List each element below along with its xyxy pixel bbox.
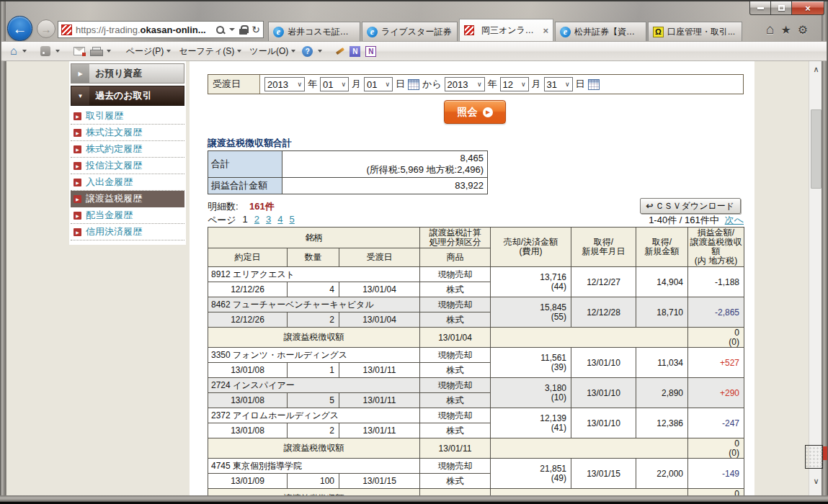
from-month-value: 01: [323, 79, 333, 90]
scrollbar-thumb[interactable]: [811, 109, 822, 189]
sidebar-item-fund-order-history[interactable]: ▶ 投信注文履歴: [71, 158, 184, 174]
page-5-link[interactable]: 5: [290, 214, 295, 227]
refresh-icon[interactable]: ↻: [251, 24, 260, 35]
cell-acquire-amount: 18,710: [636, 297, 688, 328]
maximize-icon: [778, 5, 785, 11]
cell-category: 現物売却: [420, 408, 491, 423]
detail-count-row: 明細数: 161件 ↩ ＣＳＶダウンロード: [208, 198, 744, 214]
cell-settle-date: 13/01/11: [339, 393, 420, 408]
minimize-button[interactable]: [749, 1, 771, 15]
summary-row-pl-total: 損益合計金額 83,922: [208, 178, 488, 194]
url-text[interactable]: https://j-trading.okasan-onlin...: [76, 24, 213, 35]
cell-category: 現物売却: [420, 297, 491, 312]
send-to-onenote-icon[interactable]: N: [350, 46, 360, 57]
cell-stock-name: 2724 インスパイアー: [208, 378, 420, 393]
tab-label: 岩井コスモ証券 ...: [288, 26, 355, 38]
safety-menu-dropdown-icon: [237, 50, 241, 53]
sidebar-item-dividend-history[interactable]: ▶ 配当金履歴: [71, 207, 184, 224]
sidebar-item-stock-execution-history[interactable]: ▶ 株式約定履歴: [71, 141, 184, 158]
okasan-favicon: [464, 25, 474, 35]
tab-iwai-cosmo[interactable]: e 岩井コスモ証券 ...: [268, 22, 360, 41]
header-acquire-date: 取得/ 新規年月日: [571, 228, 636, 267]
detail-count-value: 161件: [249, 200, 275, 213]
page-3-link[interactable]: 3: [266, 214, 271, 227]
address-bar[interactable]: https://j-trading.okasan-onlin... ↻: [58, 21, 264, 38]
select-chevron-icon: ∨: [477, 81, 482, 88]
sidebar-section-past-trades[interactable]: ▼ 過去のお取引: [71, 86, 184, 106]
chevron-down-icon[interactable]: [229, 28, 235, 31]
close-button[interactable]: ×: [792, 1, 824, 15]
ie-icon: e: [273, 27, 284, 37]
mail-icon[interactable]: [74, 47, 85, 55]
rss-feed-icon[interactable]: [40, 46, 50, 56]
browser-navigation-bar: ← → https://j-trading.okasan-onlin... ↻ …: [0, 14, 828, 41]
next-page-link[interactable]: 次へ: [725, 214, 744, 227]
cell-acquire-date: 13/01/10: [571, 348, 636, 378]
home-dropdown-icon[interactable]: [22, 50, 27, 53]
onenote-pen-icon[interactable]: [336, 48, 344, 55]
year-label: 年: [308, 78, 317, 91]
cell-subtotal-date: 13/01/15: [420, 489, 491, 496]
cell-acquire-amount: 12,386: [636, 408, 688, 438]
sidebar-item-trade-history[interactable]: ▶ 取引履歴: [71, 108, 184, 125]
print-icon[interactable]: [90, 47, 102, 56]
scroll-up-icon[interactable]: ∧: [809, 63, 822, 76]
pagination-row: ページ 1 2 3 4 5 1-40件 / 161件中 次へ: [208, 214, 744, 227]
cell-sell-amount: 3,180(10): [491, 378, 571, 408]
settings-gear-icon[interactable]: ⚙: [798, 23, 808, 37]
from-day-select[interactable]: 01∨: [364, 77, 393, 91]
to-year-select[interactable]: 2013∨: [445, 77, 485, 91]
to-day-select[interactable]: 31∨: [544, 77, 573, 91]
safety-menu[interactable]: セーフティ(S): [177, 43, 243, 60]
sidebar-section-assets[interactable]: ▶ お預り資産: [71, 63, 184, 84]
tab-close-icon[interactable]: ×: [543, 25, 548, 36]
sidebar-item-label: 株式約定履歴: [86, 143, 142, 156]
sidebar-item-deposit-withdrawal-history[interactable]: ▶ 入出金履歴: [71, 174, 184, 191]
tab-okasan-online[interactable]: 岡三オンライ... ×: [459, 19, 553, 41]
cell-settle-date: 13/01/15: [339, 474, 420, 489]
sidebar-item-stock-order-history[interactable]: ▶ 株式注文履歴: [71, 125, 184, 141]
maximize-button[interactable]: [771, 1, 792, 15]
tab-livestar[interactable]: e ライブスター証券: [362, 22, 458, 41]
detail-count-label: 明細数:: [208, 200, 239, 213]
calendar-icon[interactable]: [408, 79, 419, 90]
tab-matsui[interactable]: e 松井証券【資産...: [555, 22, 646, 41]
to-month-select[interactable]: 12∨: [500, 77, 529, 91]
home-page-icon[interactable]: ⌂: [10, 45, 17, 57]
rss-dropdown-icon[interactable]: [55, 50, 60, 53]
select-chevron-icon: ∨: [297, 81, 302, 88]
sidebar-item-margin-settlement-history[interactable]: ▶ 信用決済履歴: [71, 224, 184, 240]
from-month-select[interactable]: 01∨: [320, 77, 349, 91]
page-4-link[interactable]: 4: [277, 214, 282, 227]
page-2-link[interactable]: 2: [254, 214, 259, 227]
home-icon[interactable]: ⌂: [766, 22, 774, 37]
help-dropdown-icon[interactable]: [318, 50, 322, 53]
page-menu[interactable]: ページ(P): [125, 43, 173, 60]
forward-button[interactable]: →: [37, 19, 55, 38]
bullet-arrow-icon: ▶: [74, 129, 81, 137]
csv-download-button[interactable]: ↩ ＣＳＶダウンロード: [640, 198, 741, 214]
print-dropdown-icon[interactable]: [107, 50, 111, 53]
tax-summary-table: 合計 8,465 (所得税:5,969 地方税:2,496) 損益合計金額 83…: [208, 150, 488, 194]
help-icon[interactable]: ?: [302, 46, 313, 57]
minimize-icon: [757, 7, 764, 9]
command-bar: ⌂ ページ(P) セーフティ(S) ツール(O) ? N N: [1, 41, 827, 61]
calendar-icon[interactable]: [588, 79, 600, 90]
onenote-linked-notes-icon[interactable]: N: [365, 46, 376, 57]
header-kubun: 譲渡益税計算 処理分類区分: [420, 228, 491, 248]
from-year-select[interactable]: 2013∨: [264, 77, 305, 91]
inquiry-button[interactable]: 照会 ▶: [444, 100, 506, 124]
sidebar-item-label: 取引履歴: [86, 109, 123, 122]
sell-amount: 12,139: [493, 414, 566, 423]
back-button[interactable]: ←: [7, 16, 32, 41]
vertical-scrollbar[interactable]: ∧ ∨: [809, 61, 822, 495]
scroll-down-icon[interactable]: ∨: [809, 474, 822, 488]
favorites-star-icon[interactable]: ★: [780, 23, 791, 37]
sidebar-item-capital-gains-tax-history[interactable]: ▶ 譲渡益税履歴: [71, 191, 184, 207]
tab-account-management[interactable]: Ω 口座管理・取引...: [648, 22, 742, 41]
window-top-edge: [0, 0, 828, 1]
cell-quantity: 5: [288, 393, 339, 408]
search-icon[interactable]: [215, 25, 225, 35]
tools-menu[interactable]: ツール(O): [248, 43, 297, 60]
settlement-date-filter: 受渡日 2013∨ 年 01∨ 月 01∨ 日 から 2013∨ 年 12∨ 月…: [208, 74, 744, 94]
